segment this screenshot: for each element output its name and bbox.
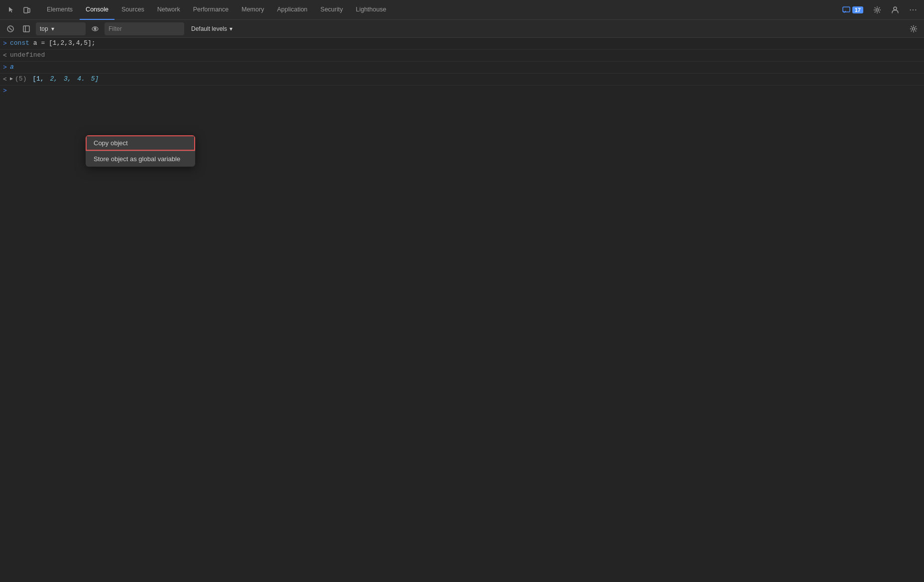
tab-performance[interactable]: Performance: [187, 0, 235, 20]
log-levels-btn[interactable]: Default levels ▾: [187, 22, 236, 35]
levels-dropdown-arrow: ▾: [230, 25, 232, 32]
context-menu: Copy object Store object as global varia…: [86, 135, 195, 167]
console-line-1: > const a = [1,2,3,4,5];: [0, 38, 924, 50]
live-expressions-btn[interactable]: [89, 22, 102, 35]
input-arrow-3: >: [0, 63, 10, 72]
store-global-label: Store object as global variable: [94, 155, 180, 163]
tab-memory[interactable]: Memory: [235, 0, 270, 20]
svg-point-4: [894, 7, 897, 10]
console-line-4: < ▶ (5) [1, 2, 3, 4. 5]: [0, 74, 924, 86]
array-expand: ▶ (5) [1, 2, 3, 4. 5]: [10, 75, 920, 84]
var-a: a: [10, 63, 14, 71]
tab-security[interactable]: Security: [315, 0, 349, 20]
tab-application[interactable]: Application: [271, 0, 313, 20]
tab-icons: [4, 3, 34, 17]
tab-console[interactable]: Console: [80, 0, 115, 20]
clear-console-btn[interactable]: [4, 22, 17, 35]
output-arrow-4: <: [0, 75, 10, 84]
svg-rect-0: [24, 7, 28, 13]
console-output[interactable]: > const a = [1,2,3,4,5]; < undefined > a…: [0, 38, 924, 582]
context-value: top: [40, 25, 48, 32]
context-menu-copy-object[interactable]: Copy object: [86, 135, 195, 151]
svg-rect-1: [28, 8, 30, 12]
copy-object-label: Copy object: [94, 139, 128, 147]
prompt-arrow: >: [0, 87, 10, 95]
tab-bar: Elements Console Sources Network Perform…: [0, 0, 924, 20]
toolbar-right: [907, 22, 920, 35]
sidebar-toggle-btn[interactable]: [20, 22, 33, 35]
svg-point-10: [94, 28, 96, 30]
undefined-value: undefined: [10, 51, 45, 59]
levels-label: Default levels: [191, 25, 227, 32]
tab-network[interactable]: Network: [151, 0, 186, 20]
settings-gear-btn[interactable]: [870, 3, 884, 17]
keyword-const: const: [10, 39, 29, 47]
tab-bar-right: 17 ⋯: [839, 3, 920, 17]
context-menu-store-global[interactable]: Store object as global variable: [86, 151, 195, 167]
expand-arrow[interactable]: ▶: [10, 75, 13, 84]
line-content-3: a: [10, 63, 920, 72]
context-selector[interactable]: top ▾: [36, 22, 86, 35]
input-arrow-1: >: [0, 39, 10, 48]
console-settings-btn[interactable]: [907, 22, 920, 35]
context-dropdown-arrow: ▾: [51, 25, 54, 32]
console-line-3: > a: [0, 62, 924, 74]
messages-badge-btn[interactable]: 17: [839, 4, 866, 16]
output-arrow-2: <: [0, 51, 10, 60]
svg-line-6: [9, 27, 12, 30]
prompt-line: >: [0, 86, 924, 96]
badge-count: 17: [852, 6, 863, 13]
cursor-icon-btn[interactable]: [4, 3, 18, 17]
tab-elements[interactable]: Elements: [41, 0, 79, 20]
line-content-4: ▶ (5) [1, 2, 3, 4. 5]: [10, 75, 920, 84]
tab-lighthouse[interactable]: Lighthouse: [350, 0, 392, 20]
console-toolbar: top ▾ Default levels ▾: [0, 20, 924, 38]
line-content-1: const a = [1,2,3,4,5];: [10, 39, 920, 48]
device-icon-btn[interactable]: [20, 3, 34, 17]
tab-sources[interactable]: Sources: [116, 0, 150, 20]
svg-rect-2: [843, 7, 850, 12]
line-content-2: undefined: [10, 51, 920, 60]
svg-rect-7: [23, 26, 29, 32]
more-options-btn[interactable]: ⋯: [906, 3, 920, 17]
console-line-2: < undefined: [0, 50, 924, 62]
svg-point-3: [876, 8, 879, 11]
user-icon-btn[interactable]: [888, 3, 902, 17]
console-main: > const a = [1,2,3,4,5]; < undefined > a…: [0, 38, 924, 582]
filter-input[interactable]: [105, 22, 184, 35]
svg-point-11: [913, 27, 915, 30]
